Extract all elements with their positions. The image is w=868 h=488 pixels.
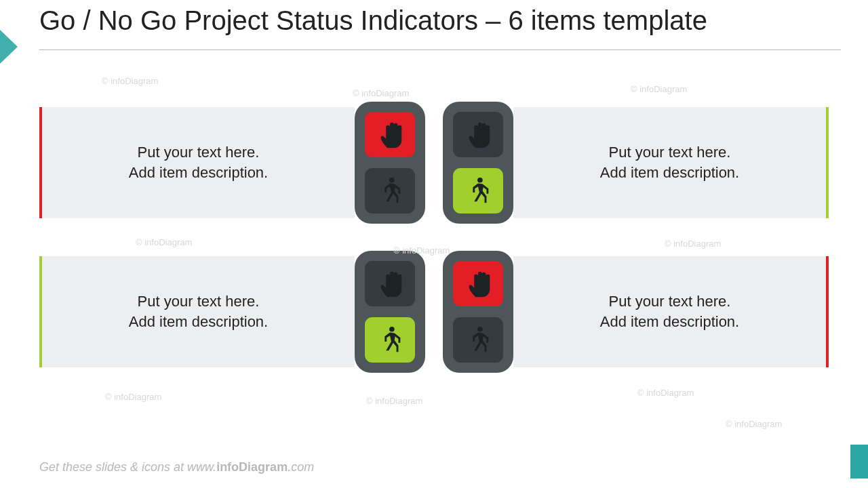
walk-person-icon bbox=[363, 315, 417, 365]
item-textbox: Put your text here. Add item description… bbox=[39, 107, 355, 218]
walk-person-icon bbox=[363, 166, 417, 216]
item-text-line2: Add item description. bbox=[600, 163, 739, 183]
watermark: © infoDiagram bbox=[102, 76, 158, 86]
indicator-item: Put your text here. Add item description… bbox=[39, 107, 425, 218]
slide-accent-right bbox=[850, 445, 868, 479]
slide-accent-left bbox=[0, 30, 18, 64]
pedestrian-signal bbox=[443, 251, 513, 373]
walk-person-icon bbox=[451, 315, 505, 365]
footer-brand: infoDiagram bbox=[216, 460, 288, 474]
watermark: © infoDiagram bbox=[631, 84, 687, 94]
item-text-line1: Put your text here. bbox=[138, 291, 260, 312]
item-text-line2: Add item description. bbox=[129, 163, 268, 183]
footer-suffix: .com bbox=[288, 460, 314, 474]
slide-title: Go / No Go Project Status Indicators – 6… bbox=[39, 5, 841, 50]
indicator-row: Put your text here. Add item description… bbox=[39, 107, 829, 218]
item-textbox: Put your text here. Add item description… bbox=[513, 107, 829, 218]
stop-hand-icon bbox=[451, 110, 505, 159]
item-text-line1: Put your text here. bbox=[609, 142, 731, 163]
watermark: © infoDiagram bbox=[105, 392, 161, 402]
stop-hand-icon bbox=[363, 259, 417, 308]
item-textbox: Put your text here. Add item description… bbox=[39, 256, 355, 367]
footer-prefix: Get these slides & icons at www. bbox=[39, 460, 216, 474]
indicator-item: Put your text here. Add item description… bbox=[443, 256, 829, 367]
stop-hand-icon bbox=[363, 110, 417, 159]
walk-person-icon bbox=[451, 166, 505, 216]
watermark: © infoDiagram bbox=[366, 396, 422, 406]
item-text-line2: Add item description. bbox=[129, 312, 268, 332]
stop-hand-icon bbox=[451, 259, 505, 308]
item-text-line1: Put your text here. bbox=[138, 142, 260, 163]
item-text-line1: Put your text here. bbox=[609, 291, 731, 312]
watermark: © infoDiagram bbox=[353, 88, 409, 98]
pedestrian-signal bbox=[355, 102, 425, 224]
indicator-row: Put your text here. Add item description… bbox=[39, 256, 829, 367]
indicator-item: Put your text here. Add item description… bbox=[39, 256, 425, 367]
indicator-rows: Put your text here. Add item description… bbox=[39, 107, 829, 367]
pedestrian-signal bbox=[443, 102, 513, 224]
watermark: © infoDiagram bbox=[637, 388, 694, 398]
watermark: © infoDiagram bbox=[726, 419, 782, 429]
pedestrian-signal bbox=[355, 251, 425, 373]
item-text-line2: Add item description. bbox=[600, 312, 739, 332]
item-textbox: Put your text here. Add item description… bbox=[513, 256, 829, 367]
footer-attribution: Get these slides & icons at www.infoDiag… bbox=[39, 460, 314, 474]
indicator-item: Put your text here. Add item description… bbox=[443, 107, 829, 218]
